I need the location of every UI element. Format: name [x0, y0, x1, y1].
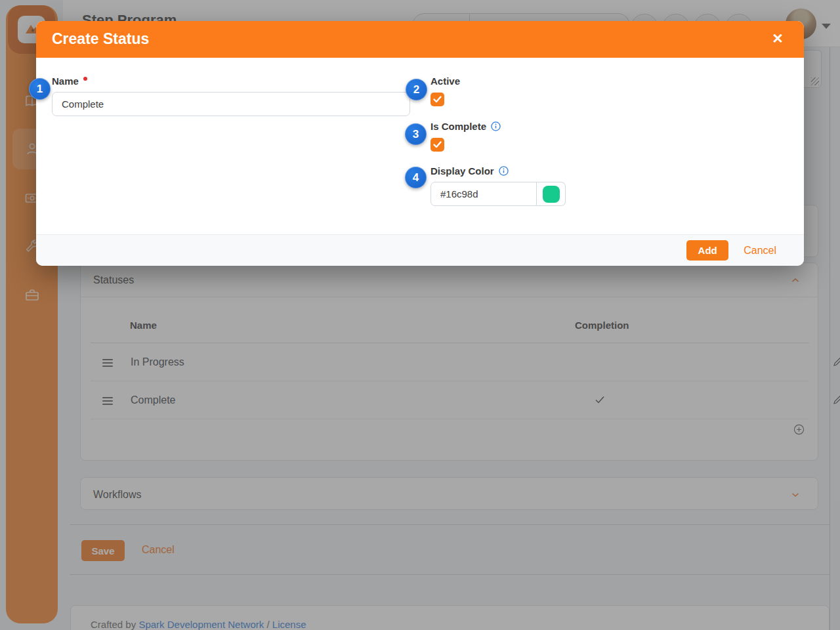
active-label: Active [430, 75, 460, 87]
callout-2: 2 [406, 79, 427, 100]
callout-4: 4 [405, 167, 427, 188]
add-button[interactable]: Add [686, 240, 728, 261]
required-indicator [83, 77, 87, 81]
color-picker-addon[interactable] [537, 182, 566, 206]
color-swatch[interactable] [543, 186, 560, 203]
callout-3: 3 [405, 123, 427, 145]
modal-footer: Add Cancel [36, 234, 804, 266]
screen: Step Program Statuses Name Completion [0, 0, 840, 630]
callout-1: 1 [29, 78, 51, 100]
name-input[interactable] [52, 92, 410, 116]
info-icon[interactable] [491, 121, 501, 131]
modal-title: Create Status [52, 30, 149, 48]
name-label: Name [52, 75, 87, 87]
is-complete-checkbox[interactable] [430, 138, 444, 152]
check-icon [433, 141, 442, 148]
close-icon[interactable]: ✕ [768, 30, 787, 48]
modal-header: Create Status ✕ [36, 21, 804, 58]
display-color-group [430, 182, 566, 206]
info-icon[interactable] [499, 166, 509, 176]
modal-cancel-link[interactable]: Cancel [744, 245, 776, 257]
is-complete-label: Is Complete [430, 121, 501, 132]
display-color-input[interactable] [430, 182, 537, 206]
active-checkbox[interactable] [430, 93, 444, 106]
display-color-label: Display Color [430, 165, 509, 177]
check-icon [433, 96, 442, 103]
